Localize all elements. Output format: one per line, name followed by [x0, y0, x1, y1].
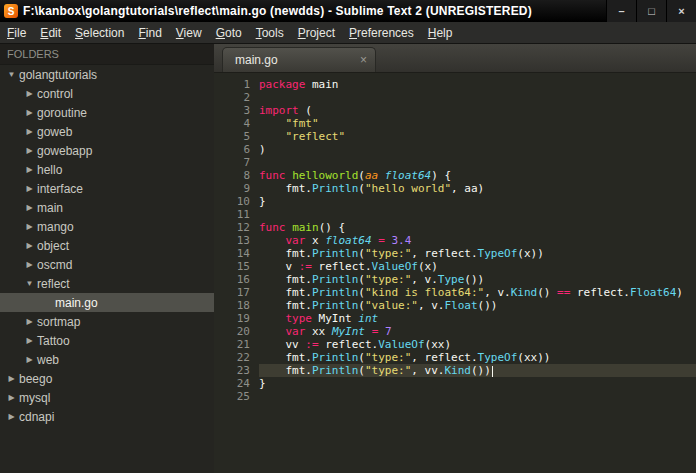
line-number: 11 [214, 208, 250, 221]
code-line-6: ) [259, 143, 696, 156]
triangle-right-icon[interactable]: ▶ [22, 89, 37, 98]
code-line-4: "fmt" [259, 117, 696, 130]
line-number: 21 [214, 338, 250, 351]
tree-item-label: goweb [37, 125, 72, 139]
folders-header: FOLDERS [0, 44, 214, 65]
code-line-20: var xx MyInt = 7 [259, 325, 696, 338]
folder-mango[interactable]: ▶mango [0, 217, 214, 236]
triangle-right-icon[interactable]: ▶ [22, 146, 37, 155]
menu-tools[interactable]: Tools [249, 24, 291, 42]
code-content[interactable]: package mainimport ( "fmt" "reflect")fun… [259, 78, 696, 473]
line-number: 22 [214, 351, 250, 364]
line-number: 4 [214, 117, 250, 130]
folder-hello[interactable]: ▶hello [0, 160, 214, 179]
tree-item-label: sortmap [37, 315, 80, 329]
menu-view[interactable]: View [169, 24, 209, 42]
line-number: 17 [214, 286, 250, 299]
folder-mysql[interactable]: ▶mysql [0, 388, 214, 407]
line-number: 7 [214, 156, 250, 169]
triangle-right-icon[interactable]: ▶ [22, 184, 37, 193]
folder-object[interactable]: ▶object [0, 236, 214, 255]
folder-oscmd[interactable]: ▶oscmd [0, 255, 214, 274]
folder-control[interactable]: ▶control [0, 84, 214, 103]
window-controls: – □ × [606, 0, 696, 22]
editor-pane: main.go × 123456789101112131415161718192… [214, 44, 696, 473]
triangle-right-icon[interactable]: ▶ [22, 336, 37, 345]
triangle-right-icon[interactable]: ▶ [22, 127, 37, 136]
tree-item-label: oscmd [37, 258, 72, 272]
triangle-right-icon[interactable]: ▶ [22, 355, 37, 364]
tab-main-go[interactable]: main.go × [222, 47, 376, 72]
tree-item-label: cdnapi [19, 410, 54, 424]
line-number: 3 [214, 104, 250, 117]
tab-bar: main.go × [214, 44, 696, 73]
code-editor[interactable]: 1234567891011121314151617181920212223242… [214, 73, 696, 473]
menu-edit[interactable]: Edit [33, 24, 68, 42]
line-number: 23 [214, 364, 250, 377]
folder-reflect[interactable]: ▼reflect [0, 274, 214, 293]
code-line-17: fmt.Println("kind is float64:", v.Kind()… [259, 286, 696, 299]
file-main.go[interactable]: main.go [0, 293, 214, 312]
menu-file[interactable]: File [0, 24, 33, 42]
tree-item-label: object [37, 239, 69, 253]
menu-goto[interactable]: Goto [209, 24, 249, 42]
line-number: 1 [214, 78, 250, 91]
menu-find[interactable]: Find [131, 24, 168, 42]
menu-help[interactable]: Help [421, 24, 460, 42]
tree-item-label: gowebapp [37, 144, 92, 158]
folder-golangtutorials[interactable]: ▼golangtutorials [0, 65, 214, 84]
triangle-right-icon[interactable]: ▶ [22, 108, 37, 117]
triangle-right-icon[interactable]: ▶ [4, 393, 19, 402]
code-line-24: } [259, 377, 696, 390]
code-line-16: fmt.Println("type:", v.Type()) [259, 273, 696, 286]
folder-cdnapi[interactable]: ▶cdnapi [0, 407, 214, 426]
main-area: FOLDERS ▼golangtutorials▶control▶gorouti… [0, 44, 696, 473]
menu-bar: FileEditSelectionFindViewGotoToolsProjec… [0, 22, 696, 44]
menu-selection[interactable]: Selection [68, 24, 131, 42]
tree-item-label: mango [37, 220, 74, 234]
folder-Tattoo[interactable]: ▶Tattoo [0, 331, 214, 350]
menu-project[interactable]: Project [291, 24, 342, 42]
line-number: 24 [214, 377, 250, 390]
line-number: 6 [214, 143, 250, 156]
close-button[interactable]: × [666, 0, 696, 22]
tree-item-label: main.go [55, 296, 98, 310]
folder-gowebapp[interactable]: ▶gowebapp [0, 141, 214, 160]
code-line-25 [259, 390, 696, 403]
folder-web[interactable]: ▶web [0, 350, 214, 369]
folder-goroutine[interactable]: ▶goroutine [0, 103, 214, 122]
code-line-18: fmt.Println("value:", v.Float()) [259, 299, 696, 312]
sublime-window: S F:\kanbox\golangtutorials\reflect\main… [0, 0, 696, 473]
triangle-right-icon[interactable]: ▶ [4, 412, 19, 421]
code-line-22: fmt.Println("type:", reflect.TypeOf(xx)) [259, 351, 696, 364]
triangle-down-icon[interactable]: ▼ [4, 70, 19, 79]
line-number: 19 [214, 312, 250, 325]
line-number: 10 [214, 195, 250, 208]
triangle-right-icon[interactable]: ▶ [22, 317, 37, 326]
triangle-down-icon[interactable]: ▼ [22, 279, 37, 288]
folder-sortmap[interactable]: ▶sortmap [0, 312, 214, 331]
folder-main[interactable]: ▶main [0, 198, 214, 217]
line-number: 5 [214, 130, 250, 143]
folder-beego[interactable]: ▶beego [0, 369, 214, 388]
triangle-right-icon[interactable]: ▶ [22, 165, 37, 174]
line-number: 13 [214, 234, 250, 247]
line-number: 25 [214, 390, 250, 403]
line-number: 9 [214, 182, 250, 195]
triangle-right-icon[interactable]: ▶ [22, 222, 37, 231]
minimize-button[interactable]: – [606, 0, 636, 22]
tree-item-label: goroutine [37, 106, 87, 120]
triangle-right-icon[interactable]: ▶ [22, 260, 37, 269]
window-title: F:\kanbox\golangtutorials\reflect\main.g… [23, 4, 606, 18]
tab-close-icon[interactable]: × [360, 53, 367, 67]
triangle-right-icon[interactable]: ▶ [22, 241, 37, 250]
menu-preferences[interactable]: Preferences [342, 24, 421, 42]
folder-goweb[interactable]: ▶goweb [0, 122, 214, 141]
folder-interface[interactable]: ▶interface [0, 179, 214, 198]
code-line-10: } [259, 195, 696, 208]
triangle-right-icon[interactable]: ▶ [4, 374, 19, 383]
title-bar[interactable]: S F:\kanbox\golangtutorials\reflect\main… [0, 0, 696, 22]
line-number-gutter: 1234567891011121314151617181920212223242… [214, 78, 259, 473]
maximize-button[interactable]: □ [636, 0, 666, 22]
triangle-right-icon[interactable]: ▶ [22, 203, 37, 212]
